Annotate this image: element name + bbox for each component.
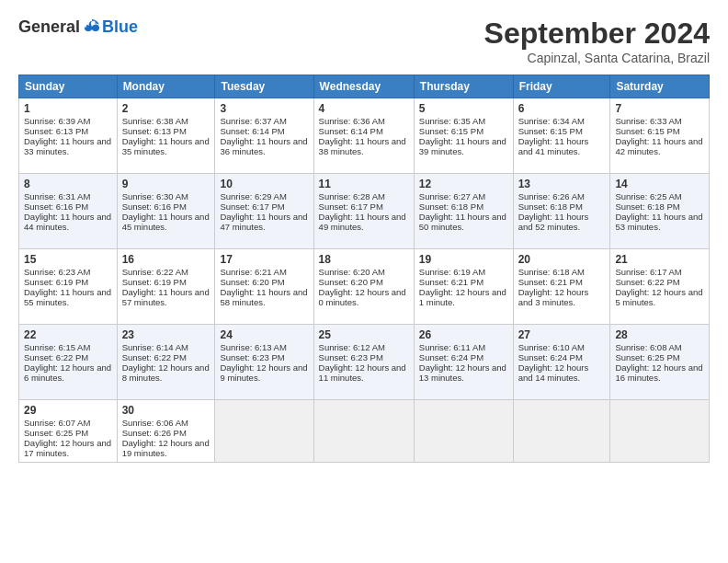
table-row: 25 Sunrise: 6:12 AM Sunset: 6:23 PM Dayl… xyxy=(313,325,414,400)
table-row: 27 Sunrise: 6:10 AM Sunset: 6:24 PM Dayl… xyxy=(513,325,610,400)
day-number: 16 xyxy=(122,253,210,266)
sunrise-label: Sunrise: 6:08 AM xyxy=(615,342,681,352)
table-row xyxy=(610,400,710,463)
sunrise-label: Sunrise: 6:37 AM xyxy=(220,116,286,126)
sunrise-label: Sunrise: 6:13 AM xyxy=(220,342,286,352)
table-row: 17 Sunrise: 6:21 AM Sunset: 6:20 PM Dayl… xyxy=(215,249,313,325)
table-row xyxy=(215,400,313,463)
day-number: 12 xyxy=(419,178,508,190)
day-number: 28 xyxy=(615,328,704,341)
daylight-label: Daylight: 11 hours and 50 minutes. xyxy=(419,212,506,232)
calendar-row: 22 Sunrise: 6:15 AM Sunset: 6:22 PM Dayl… xyxy=(19,325,710,400)
sunrise-label: Sunrise: 6:06 AM xyxy=(122,418,188,428)
sunset-label: Sunset: 6:19 PM xyxy=(122,277,187,287)
sunset-label: Sunset: 6:21 PM xyxy=(419,277,483,287)
table-row: 1 Sunrise: 6:39 AM Sunset: 6:13 PM Dayli… xyxy=(19,98,118,174)
daylight-label: Daylight: 11 hours and 53 minutes. xyxy=(615,212,702,232)
sunset-label: Sunset: 6:15 PM xyxy=(419,126,483,136)
table-row: 2 Sunrise: 6:38 AM Sunset: 6:13 PM Dayli… xyxy=(117,98,215,174)
location: Capinzal, Santa Catarina, Brazil xyxy=(484,51,710,65)
daylight-label: Daylight: 12 hours and 1 minute. xyxy=(419,287,506,307)
sunset-label: Sunset: 6:17 PM xyxy=(319,201,383,212)
sunrise-label: Sunrise: 6:33 AM xyxy=(615,116,681,126)
sunset-label: Sunset: 6:22 PM xyxy=(122,352,187,362)
page: General Blue September 2024 Capinzal, Sa… xyxy=(0,0,728,563)
daylight-label: Daylight: 11 hours and 58 minutes. xyxy=(220,287,307,307)
sunset-label: Sunset: 6:18 PM xyxy=(615,201,679,212)
sunset-label: Sunset: 6:21 PM xyxy=(518,277,583,287)
daylight-label: Daylight: 11 hours and 57 minutes. xyxy=(122,287,210,307)
table-row: 13 Sunrise: 6:26 AM Sunset: 6:18 PM Dayl… xyxy=(513,174,610,249)
table-row: 14 Sunrise: 6:25 AM Sunset: 6:18 PM Dayl… xyxy=(610,174,710,249)
sunset-label: Sunset: 6:15 PM xyxy=(615,126,679,136)
day-number: 1 xyxy=(24,102,112,115)
day-number: 22 xyxy=(24,328,112,341)
sunset-label: Sunset: 6:16 PM xyxy=(24,201,88,212)
sunset-label: Sunset: 6:20 PM xyxy=(220,277,284,287)
logo-bird-icon xyxy=(82,17,102,37)
table-row xyxy=(313,400,414,463)
sunrise-label: Sunrise: 6:38 AM xyxy=(122,116,188,126)
sunrise-label: Sunrise: 6:07 AM xyxy=(24,418,90,428)
sunset-label: Sunset: 6:20 PM xyxy=(319,277,383,287)
sunset-label: Sunset: 6:24 PM xyxy=(419,352,483,362)
daylight-label: Daylight: 11 hours and 52 minutes. xyxy=(518,212,589,232)
sunrise-label: Sunrise: 6:14 AM xyxy=(122,342,188,352)
sunset-label: Sunset: 6:14 PM xyxy=(319,126,383,136)
sunrise-label: Sunrise: 6:35 AM xyxy=(419,116,485,126)
sunset-label: Sunset: 6:24 PM xyxy=(518,352,583,362)
sunset-label: Sunset: 6:17 PM xyxy=(220,201,284,212)
sunrise-label: Sunrise: 6:18 AM xyxy=(518,267,585,277)
daylight-label: Daylight: 12 hours and 19 minutes. xyxy=(122,438,210,458)
daylight-label: Daylight: 11 hours and 42 minutes. xyxy=(615,136,702,156)
daylight-label: Daylight: 11 hours and 44 minutes. xyxy=(24,212,111,232)
daylight-label: Daylight: 12 hours and 14 minutes. xyxy=(518,362,589,383)
col-wednesday: Wednesday xyxy=(313,75,414,98)
daylight-label: Daylight: 11 hours and 36 minutes. xyxy=(220,136,307,156)
day-number: 18 xyxy=(319,253,409,266)
sunset-label: Sunset: 6:16 PM xyxy=(122,201,187,212)
sunrise-label: Sunrise: 6:21 AM xyxy=(220,267,286,277)
daylight-label: Daylight: 12 hours and 16 minutes. xyxy=(615,362,702,383)
table-row xyxy=(513,400,610,463)
table-row: 4 Sunrise: 6:36 AM Sunset: 6:14 PM Dayli… xyxy=(313,98,414,174)
table-row: 23 Sunrise: 6:14 AM Sunset: 6:22 PM Dayl… xyxy=(117,325,215,400)
title-block: September 2024 Capinzal, Santa Catarina,… xyxy=(484,17,710,65)
sunrise-label: Sunrise: 6:11 AM xyxy=(419,342,485,352)
table-row: 6 Sunrise: 6:34 AM Sunset: 6:15 PM Dayli… xyxy=(513,98,610,174)
table-row: 15 Sunrise: 6:23 AM Sunset: 6:19 PM Dayl… xyxy=(19,249,118,325)
day-number: 26 xyxy=(419,328,508,341)
sunset-label: Sunset: 6:13 PM xyxy=(122,126,187,136)
daylight-label: Daylight: 11 hours and 45 minutes. xyxy=(122,212,210,232)
table-row: 10 Sunrise: 6:29 AM Sunset: 6:17 PM Dayl… xyxy=(215,174,313,249)
sunrise-label: Sunrise: 6:25 AM xyxy=(615,191,681,201)
day-number: 11 xyxy=(319,178,409,190)
sunrise-label: Sunrise: 6:27 AM xyxy=(419,191,485,201)
day-number: 23 xyxy=(122,328,210,341)
logo-general-text: General xyxy=(18,17,80,37)
daylight-label: Daylight: 12 hours and 0 minutes. xyxy=(319,287,406,307)
daylight-label: Daylight: 12 hours and 5 minutes. xyxy=(615,287,702,307)
sunset-label: Sunset: 6:18 PM xyxy=(419,201,483,212)
sunrise-label: Sunrise: 6:28 AM xyxy=(319,191,385,201)
daylight-label: Daylight: 11 hours and 47 minutes. xyxy=(220,212,307,232)
table-row: 20 Sunrise: 6:18 AM Sunset: 6:21 PM Dayl… xyxy=(513,249,610,325)
day-number: 27 xyxy=(518,328,606,341)
daylight-label: Daylight: 11 hours and 39 minutes. xyxy=(419,136,506,156)
col-friday: Friday xyxy=(513,75,610,98)
header: General Blue September 2024 Capinzal, Sa… xyxy=(18,17,710,65)
day-number: 10 xyxy=(220,178,308,190)
table-row: 30 Sunrise: 6:06 AM Sunset: 6:26 PM Dayl… xyxy=(117,400,215,463)
col-tuesday: Tuesday xyxy=(215,75,313,98)
sunset-label: Sunset: 6:13 PM xyxy=(24,126,88,136)
col-monday: Monday xyxy=(117,75,215,98)
sunset-label: Sunset: 6:14 PM xyxy=(220,126,284,136)
table-row: 3 Sunrise: 6:37 AM Sunset: 6:14 PM Dayli… xyxy=(215,98,313,174)
sunset-label: Sunset: 6:15 PM xyxy=(518,126,583,136)
calendar: Sunday Monday Tuesday Wednesday Thursday… xyxy=(18,75,710,463)
sunset-label: Sunset: 6:23 PM xyxy=(319,352,383,362)
sunset-label: Sunset: 6:25 PM xyxy=(615,352,679,362)
sunrise-label: Sunrise: 6:22 AM xyxy=(122,267,188,277)
sunrise-label: Sunrise: 6:29 AM xyxy=(220,191,286,201)
table-row: 24 Sunrise: 6:13 AM Sunset: 6:23 PM Dayl… xyxy=(215,325,313,400)
